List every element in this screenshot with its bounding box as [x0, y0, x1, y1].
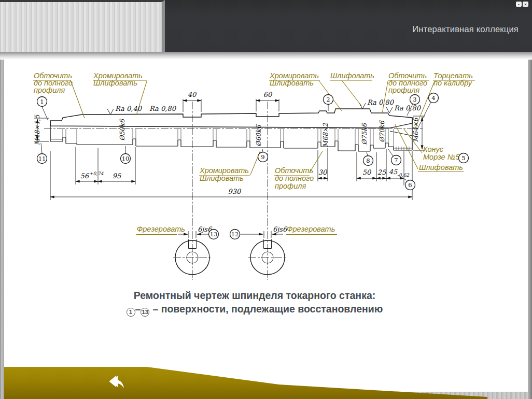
- balloon-5: 5: [461, 154, 465, 162]
- back-arrow-icon: [105, 373, 127, 391]
- balloon-1: 1: [40, 98, 44, 105]
- shaft-end-edges: [50, 118, 412, 150]
- caption-line2: 1–13– поверхности, подлежащие восстановл…: [4, 302, 505, 317]
- svg-text:до полного: до полного: [275, 174, 314, 182]
- figure-caption: Ремонтный чертеж шпинделя токарного стан…: [4, 289, 505, 317]
- caption-circled-1: 1: [127, 308, 135, 317]
- dim-ra040: Ra 0,40: [115, 105, 143, 112]
- header-shadow: [0, 52, 532, 60]
- dim-50: 50: [362, 168, 372, 176]
- dim-m68: М68×2: [321, 122, 329, 147]
- dim-95: 95: [113, 172, 121, 180]
- callout-grind-right: Шлифовать: [419, 163, 463, 172]
- header-metal-panel: [0, 0, 165, 52]
- dim-45-tol: -0,62: [397, 173, 410, 178]
- svg-text:Шлифовать: Шлифовать: [93, 79, 137, 87]
- balloon-2: 2: [326, 96, 330, 103]
- callout-underlines: [33, 80, 475, 235]
- caption-circled-13: 13: [141, 308, 149, 317]
- dim-30: 30: [318, 168, 328, 176]
- balloon-9: 9: [261, 153, 264, 161]
- callout-grind-top: Шлифовать: [330, 72, 374, 80]
- close-icon[interactable]: ✕: [523, 2, 528, 7]
- callout-labels: Обточить до полного профиля Хромировать …: [34, 72, 473, 233]
- svg-text:Шлифовать: Шлифовать: [270, 79, 314, 87]
- callout-mill-left: Фрезеровать: [137, 225, 185, 233]
- dim-60: 60: [263, 91, 273, 98]
- dim-ra080-3: Ra 0,80: [394, 104, 422, 112]
- svg-text:по калибру: по калибру: [433, 79, 472, 87]
- dim-d50: Ø50k6: [118, 119, 126, 141]
- slide-window: { "colors": { "gold": "#9a8103", "olive"…: [0, 0, 532, 399]
- dim-d70: Ø70k6: [378, 120, 386, 142]
- back-button[interactable]: [105, 373, 127, 391]
- balloon-6: 6: [408, 181, 412, 189]
- callout-cone: Конус: [423, 145, 444, 153]
- dim-m64: М64×6: [412, 117, 419, 142]
- dim-d60: Ø60k6: [255, 124, 262, 147]
- callout-turn-bottom: Обточить: [275, 166, 313, 175]
- caption-range-dash: –: [135, 303, 141, 315]
- dim-56: 56: [80, 172, 89, 180]
- balloon-4: 4: [431, 94, 435, 102]
- dim-25: 25: [377, 168, 386, 176]
- svg-text:Шлифовать: Шлифовать: [200, 174, 244, 182]
- balloon-11: 11: [38, 155, 46, 162]
- minimize-icon[interactable]: ▪: [516, 2, 522, 7]
- dim-key2-width: 6js6: [273, 225, 288, 233]
- svg-text:профиля: профиля: [388, 86, 419, 94]
- balloon-8: 8: [366, 157, 370, 164]
- callout-mill-right: Фрезеровать: [287, 225, 335, 233]
- app-title: Интерактивная коллекция: [412, 24, 519, 34]
- dim-m48: М48×1,5: [33, 114, 41, 145]
- header-dark-panel: Интерактивная коллекция: [165, 0, 532, 52]
- title-bar: Интерактивная коллекция ▪ ✕: [0, 0, 532, 52]
- dim-d75: Ø75k6: [360, 123, 368, 145]
- window-controls: ▪ ✕: [516, 2, 528, 7]
- groove-lines: [63, 129, 394, 151]
- svg-text:профиля: профиля: [275, 182, 306, 190]
- caption-line1: Ремонтный чертеж шпинделя токарного стан…: [4, 289, 505, 302]
- balloon-13: 13: [210, 231, 218, 238]
- shaft-lower-profile: [50, 137, 412, 151]
- caption-line2-text: – поверхности, подлежащие восстановлению: [152, 303, 383, 315]
- dim-40: 40: [188, 91, 197, 98]
- balloon-7: 7: [394, 156, 398, 164]
- svg-text:профиля: профиля: [34, 86, 65, 94]
- dim-56-tol: +0,74: [89, 171, 104, 176]
- balloon-3: 3: [413, 96, 416, 103]
- balloon-10: 10: [122, 155, 130, 162]
- balloon-12: 12: [231, 231, 239, 238]
- dim-ra080-1: Ra 0,80: [149, 105, 177, 112]
- dim-45: 45: [389, 168, 398, 176]
- svg-text:Морзе №5: Морзе №5: [423, 153, 460, 161]
- shaft-section-hatched: [50, 109, 412, 128]
- dim-930: 930: [228, 188, 242, 195]
- window-left-frame: [0, 0, 4, 399]
- callout-chrome-bottom: Хромировать: [199, 166, 249, 175]
- dim-ra080-2: Ra 0,80: [367, 98, 395, 106]
- window-right-frame: [528, 0, 532, 399]
